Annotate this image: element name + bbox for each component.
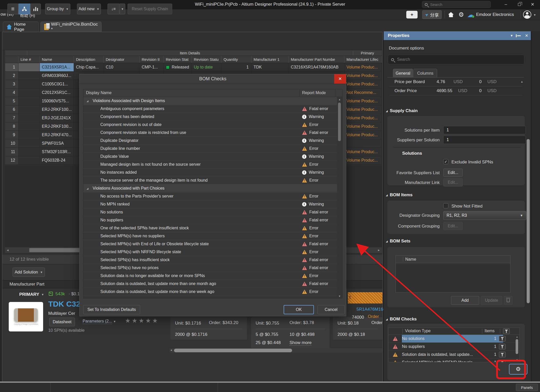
avatar[interactable]	[523, 11, 531, 19]
scroll-left-icon[interactable]: ◄	[170, 349, 172, 351]
cell-line[interactable]	[18, 63, 40, 72]
manufacturer-link-edit-button[interactable]: Edit...	[443, 178, 463, 187]
table-row[interactable]: 1 C3216X5R1A... Chip Capa... C10 CMP-1..…	[5, 63, 382, 72]
cell-lifecycle[interactable]: Volume Produc...	[344, 122, 382, 131]
panel-scrollbar[interactable]: ▼	[526, 77, 530, 392]
favorite-suppliers-edit-button[interactable]: Edit...	[443, 169, 463, 177]
violation-row[interactable]: ◢ Solution data is outdated, last update…	[83, 280, 337, 288]
list-view-button[interactable]: ≡	[7, 4, 18, 14]
show-not-fitted-checkbox[interactable]	[443, 203, 448, 208]
reset-supply-chain-button[interactable]: Reset Supply Chain	[128, 4, 172, 14]
bom-check-row[interactable]: Selected MPN(s) with NRFND lifecycle 1	[389, 359, 519, 362]
cell-revision-id[interactable]: CMP-1...	[140, 63, 164, 72]
column-header-lifecycle[interactable]: Manufacturer Lifec	[344, 56, 382, 63]
report-mode-cell[interactable]: Fatal error	[302, 218, 328, 222]
section-bom-sets[interactable]: ◢BOM Sets	[386, 239, 410, 244]
ok-button[interactable]: OK	[284, 305, 314, 314]
violation-row[interactable]: ◢ Violations Associated with Design Item…	[83, 97, 337, 105]
section-supply-chain[interactable]: ◢Supply Chain	[386, 108, 418, 113]
bom-check-row[interactable]: Solution data is outdated, last update..…	[389, 351, 519, 359]
violation-row[interactable]: ◢ Component revision state is restricted…	[83, 129, 337, 137]
chevron-down-icon[interactable]: ▼	[510, 34, 513, 37]
price-card[interactable]: Unit: $0.18 Order: 2000 @ $0.18	[333, 317, 382, 340]
chevron-down-icon[interactable]: ▼	[533, 13, 536, 16]
column-header-description[interactable]: Description	[74, 56, 104, 63]
account-name[interactable]: Emdoor Electronics	[476, 12, 514, 17]
collapse-triangle-icon[interactable]: ◢	[86, 187, 89, 190]
scroll-up-icon[interactable]: ▲	[337, 98, 342, 101]
set-installation-defaults-button[interactable]: Set To Installation Defaults	[83, 305, 140, 314]
report-mode-cell[interactable]: Error	[302, 194, 319, 199]
chart-view-button[interactable]	[31, 4, 41, 14]
cell-lifecycle[interactable]: Volume Produc...	[344, 114, 382, 122]
cell-line[interactable]	[18, 131, 40, 139]
bom-check-row[interactable]: No suppliers 1	[389, 343, 519, 351]
filter-icon[interactable]	[499, 336, 506, 341]
cell-name[interactable]: ERJ-2RKF470...	[40, 131, 74, 139]
minimize-button[interactable]: –	[500, 0, 512, 9]
group-by-button[interactable]: Group by▼	[45, 4, 70, 14]
cell-lifecycle[interactable]: Volume Produc...	[344, 156, 382, 165]
violation-row[interactable]: ◢ No solutions Fatal error	[83, 208, 337, 216]
panels-button[interactable]: Panels	[516, 384, 538, 391]
violation-row[interactable]: ◢ Selected MPN(s) have no suppliers Erro…	[83, 232, 337, 240]
report-mode-cell[interactable]: Warning	[302, 154, 324, 159]
report-mode-cell[interactable]: Error	[302, 162, 319, 167]
cell-revision-state[interactable]: Released	[164, 63, 192, 72]
cell-manufacturer[interactable]: TDK	[252, 63, 289, 72]
cell-lifecycle[interactable]: Volume Produc...	[344, 72, 382, 80]
scroll-left-icon[interactable]: ◄	[5, 249, 10, 252]
share-button[interactable]: ➤ 分享	[422, 10, 442, 19]
violation-row[interactable]: ◢ Selected MPN(s) with NRFND lifecycle s…	[83, 248, 337, 256]
add-solution-button[interactable]: Add Solution▼	[13, 268, 45, 277]
report-mode-cell[interactable]: Error	[302, 289, 319, 294]
violation-row[interactable]: ◢ Duplicate Value Warning	[83, 153, 337, 161]
cell-name[interactable]: ERJ-2RKF100...	[40, 105, 74, 114]
cell-name[interactable]: C1005C0G1...	[40, 80, 74, 89]
cell-lifecycle[interactable]: Volume Produc...	[344, 148, 382, 156]
cell-line[interactable]	[18, 156, 40, 165]
cell-name[interactable]: C3216X5R1A...	[40, 63, 74, 72]
cell-lifecycle[interactable]	[344, 139, 382, 148]
cell-line[interactable]	[18, 139, 40, 148]
cell-line[interactable]	[18, 122, 40, 131]
violation-row[interactable]: ◢ Managed design item is not found on th…	[83, 161, 337, 169]
cell-description[interactable]: Chip Capa...	[74, 63, 104, 72]
report-mode-cell[interactable]: Error	[302, 234, 319, 238]
tab-columns[interactable]: Columns	[413, 69, 437, 77]
column-report-mode[interactable]: Report Mode	[302, 91, 326, 95]
filter-icon[interactable]	[503, 328, 510, 334]
violation-row[interactable]: ◢ No access to the Parts Provider's serv…	[83, 192, 337, 200]
component-grouping-edit-button[interactable]: Edit...	[443, 222, 463, 230]
violation-row[interactable]: ◢ Ambiguous component parameters Fatal e…	[83, 105, 337, 113]
column-header-designator[interactable]: Designator	[104, 56, 140, 63]
report-mode-cell[interactable]: Fatal error	[302, 106, 328, 111]
report-mode-cell[interactable]: Fatal error	[302, 210, 328, 214]
report-mode-cell[interactable]: Error	[302, 178, 319, 183]
column-header-revision-state[interactable]: Revision Stat	[164, 56, 192, 63]
column-header[interactable]	[5, 56, 18, 63]
cell-line[interactable]	[18, 148, 40, 156]
section-bom-checks[interactable]: ◢BOM Checks	[386, 317, 417, 322]
close-panel-icon[interactable]: ✕	[525, 33, 528, 38]
price-card[interactable]: Unit: $0.1716 Order: $343.20 2000 @ $0.1…	[170, 317, 247, 340]
scrollbar-thumb[interactable]	[174, 349, 292, 352]
cell-name[interactable]: ERJ-2RKF100...	[40, 122, 74, 131]
tab-bomdoc[interactable]: WiFi_miniPCIe.BomDoc *	[40, 22, 102, 32]
column-header-manufacturer[interactable]: Manufacturer 1	[252, 56, 289, 63]
violations-scrollbar[interactable]: ▲ ▼	[337, 97, 342, 298]
filter-icon[interactable]	[499, 352, 506, 357]
violation-row[interactable]: ◢ Duplicate line number Error	[83, 145, 337, 153]
bom-sets-update-button[interactable]: Update	[481, 296, 502, 305]
cell-lifecycle[interactable]: Volume Produc...	[344, 80, 382, 89]
gear-icon[interactable]: ⚙	[457, 10, 466, 19]
cell-name[interactable]: 150060VS75...	[40, 97, 74, 105]
designator-grouping-dropdown[interactable]: R1, R2, R3▼	[443, 211, 526, 220]
violation-row[interactable]: ◢ No instances added Warning	[83, 169, 337, 177]
cell-line[interactable]	[18, 80, 40, 89]
report-mode-cell[interactable]: Warning	[302, 138, 324, 143]
add-new-button[interactable]: Add new▼	[77, 4, 101, 14]
scrollbar-thumb[interactable]	[516, 339, 518, 354]
violation-row[interactable]: ◢ No suppliers Fatal error	[83, 216, 337, 224]
scroll-down-icon[interactable]: ▼	[515, 359, 519, 361]
